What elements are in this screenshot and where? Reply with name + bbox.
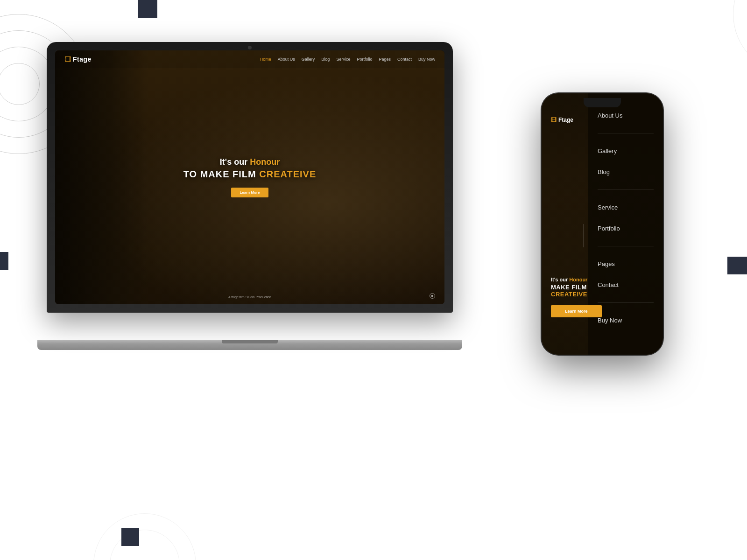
- phone-nav-divider-1: [598, 133, 654, 133]
- phone-screen: 🎞 Ftage About Us Gallery Blog Service Po…: [542, 93, 663, 355]
- laptop-stand: [47, 340, 453, 350]
- phone-body: 🎞 Ftage About Us Gallery Blog Service Po…: [542, 93, 663, 355]
- phone-logo: 🎞 Ftage: [551, 117, 573, 123]
- phone-nav-divider-2: [598, 189, 654, 190]
- phone-cta-button[interactable]: Learn More: [551, 305, 602, 317]
- phone-vertical-line: [584, 224, 584, 247]
- nav-service[interactable]: Service: [336, 57, 350, 62]
- phone-hero-line-1: It's our Honour: [551, 277, 616, 282]
- phone-device: 🎞 Ftage About Us Gallery Blog Service Po…: [542, 93, 663, 355]
- phone-hero-text: It's our Honour MAKE FILM CREATEIVE: [551, 277, 616, 299]
- main-scene: 🎞 Ftage Home About Us Gallery Blog Servi…: [0, 0, 747, 560]
- phone-nav-divider-4: [598, 302, 654, 303]
- nav-blog[interactable]: Blog: [321, 57, 330, 62]
- phone-notch: [584, 98, 621, 107]
- phone-nav-divider-3: [598, 246, 654, 246]
- laptop-device: 🎞 Ftage Home About Us Gallery Blog Servi…: [47, 42, 453, 350]
- nav-portfolio[interactable]: Portfolio: [357, 57, 372, 62]
- hero-text-block: It's our Honour TO MAKE FILM CREATEIVE L…: [156, 157, 343, 197]
- nav-buy-now[interactable]: Buy Now: [418, 57, 435, 62]
- laptop-website: 🎞 Ftage Home About Us Gallery Blog Servi…: [55, 50, 444, 304]
- phone-logo-icon: 🎞: [551, 117, 557, 123]
- laptop-screen: 🎞 Ftage Home About Us Gallery Blog Servi…: [55, 50, 444, 304]
- site-footer-dot: [430, 293, 435, 299]
- hero-cta-button[interactable]: Learn More: [231, 188, 268, 197]
- phone-nav-service[interactable]: Service: [598, 204, 654, 211]
- site-navigation: 🎞 Ftage Home About Us Gallery Blog Servi…: [55, 50, 444, 68]
- logo-text: Ftage: [73, 56, 92, 63]
- site-logo: 🎞 Ftage: [64, 56, 92, 63]
- hero-honour-text: Honour: [250, 157, 280, 167]
- logo-film-icon: 🎞: [64, 56, 71, 63]
- nav-pages[interactable]: Pages: [379, 57, 391, 62]
- phone-hero-creative: CREATEIVE: [551, 291, 587, 298]
- phone-nav-buy-now[interactable]: Buy Now: [598, 317, 654, 324]
- nav-contact[interactable]: Contact: [397, 57, 412, 62]
- phone-logo-text: Ftage: [558, 117, 573, 123]
- nav-about[interactable]: About Us: [278, 57, 295, 62]
- hero-creative-text: CREATEIVE: [259, 169, 316, 179]
- hero-line-2: TO MAKE FILM CREATEIVE: [156, 169, 343, 180]
- laptop-camera: [248, 46, 252, 49]
- phone-nav-about[interactable]: About Us: [598, 112, 654, 119]
- hero-line-1: It's our Honour: [156, 157, 343, 167]
- laptop-base: [37, 340, 462, 350]
- phone-nav-pages[interactable]: Pages: [598, 260, 654, 267]
- laptop-body: 🎞 Ftage Home About Us Gallery Blog Servi…: [47, 42, 453, 313]
- site-footer-credit: A ftage film Studio Production: [228, 295, 271, 299]
- phone-hero-line-2: MAKE FILM CREATEIVE: [551, 284, 616, 298]
- phone-nav-gallery[interactable]: Gallery: [598, 147, 654, 154]
- phone-nav-blog[interactable]: Blog: [598, 168, 654, 175]
- person-silhouette: [55, 50, 148, 304]
- phone-hero-honour: Honour: [569, 277, 587, 282]
- nav-home[interactable]: Home: [260, 57, 271, 62]
- vertical-line-mid: [250, 134, 250, 158]
- nav-gallery[interactable]: Gallery: [302, 57, 315, 62]
- phone-nav-portfolio[interactable]: Portfolio: [598, 225, 654, 232]
- nav-links: Home About Us Gallery Blog Service Portf…: [260, 57, 435, 62]
